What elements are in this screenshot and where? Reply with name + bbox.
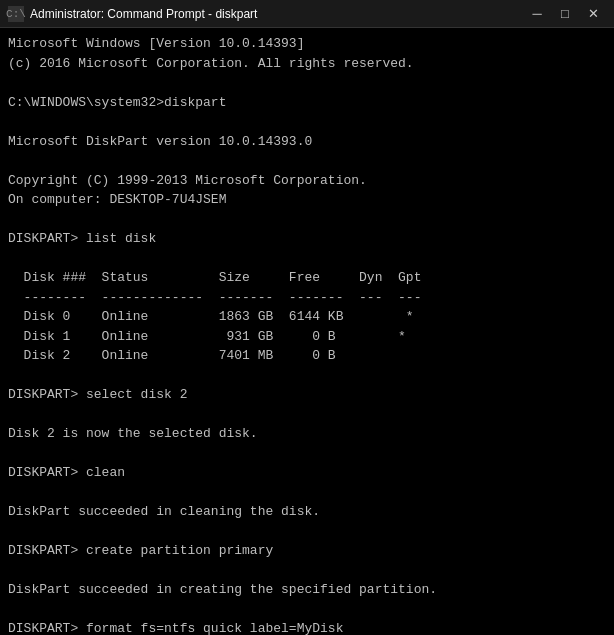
- line-blank9: [8, 483, 606, 503]
- window-title: Administrator: Command Prompt - diskpart: [30, 7, 257, 21]
- line-cmd-clean: DISKPART> clean: [8, 463, 606, 483]
- line-diskpart-ver: Microsoft DiskPart version 10.0.14393.0: [8, 132, 606, 152]
- line-disk-header: Disk ### Status Size Free Dyn Gpt: [8, 268, 606, 288]
- title-bar-left: C:\ Administrator: Command Prompt - disk…: [8, 6, 257, 22]
- line-prompt1: C:\WINDOWS\system32>diskpart: [8, 93, 606, 113]
- line-selected-msg: Disk 2 is now the selected disk.: [8, 424, 606, 444]
- close-button[interactable]: ✕: [580, 4, 606, 24]
- line-version1: Microsoft Windows [Version 10.0.14393]: [8, 34, 606, 54]
- line-cmd-selectdisk: DISKPART> select disk 2: [8, 385, 606, 405]
- line-blank12: [8, 600, 606, 620]
- line-cmd-listdisk: DISKPART> list disk: [8, 229, 606, 249]
- line-disk-sep: -------- ------------- ------- ------- -…: [8, 288, 606, 308]
- line-cmd-partition: DISKPART> create partition primary: [8, 541, 606, 561]
- line-rights: (c) 2016 Microsoft Corporation. All righ…: [8, 54, 606, 74]
- line-cmd-format: DISKPART> format fs=ntfs quick label=MyD…: [8, 619, 606, 635]
- line-blank1: [8, 73, 606, 93]
- line-blank2: [8, 112, 606, 132]
- window-controls: ─ □ ✕: [524, 4, 606, 24]
- line-blank4: [8, 210, 606, 230]
- title-bar: C:\ Administrator: Command Prompt - disk…: [0, 0, 614, 28]
- cmd-icon: C:\: [8, 6, 24, 22]
- line-blank3: [8, 151, 606, 171]
- window: C:\ Administrator: Command Prompt - disk…: [0, 0, 614, 635]
- line-blank11: [8, 561, 606, 581]
- minimize-button[interactable]: ─: [524, 4, 550, 24]
- line-blank8: [8, 444, 606, 464]
- line-partition-msg: DiskPart succeeded in creating the speci…: [8, 580, 606, 600]
- line-computer: On computer: DESKTOP-7U4JSEM: [8, 190, 606, 210]
- line-disk0: Disk 0 Online 1863 GB 6144 KB *: [8, 307, 606, 327]
- terminal-body: Microsoft Windows [Version 10.0.14393] (…: [0, 28, 614, 635]
- line-copyright: Copyright (C) 1999-2013 Microsoft Corpor…: [8, 171, 606, 191]
- line-disk2: Disk 2 Online 7401 MB 0 B: [8, 346, 606, 366]
- line-blank5: [8, 249, 606, 269]
- line-blank6: [8, 366, 606, 386]
- line-disk1: Disk 1 Online 931 GB 0 B *: [8, 327, 606, 347]
- line-blank10: [8, 522, 606, 542]
- line-blank7: [8, 405, 606, 425]
- maximize-button[interactable]: □: [552, 4, 578, 24]
- line-clean-msg: DiskPart succeeded in cleaning the disk.: [8, 502, 606, 522]
